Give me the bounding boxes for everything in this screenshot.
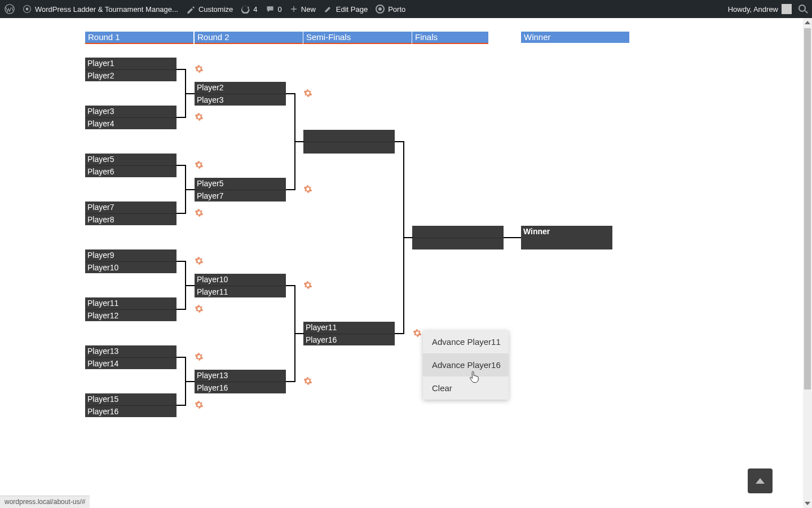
browser-status-bar: wordpress.local/about-us/# [0,496,90,508]
match-player [412,238,504,249]
match-r2-4[interactable]: Player13Player16 [195,370,286,393]
menu-item-label: Clear [432,383,452,393]
match-player: Player3 [195,94,286,106]
customize-label: Customize [198,5,233,14]
match-r2-3[interactable]: Player10Player11 [195,274,286,297]
wp-admin-bar: WordPress Ladder & Tournament Manage... … [0,0,812,18]
match-player: Player9 [85,249,176,261]
match-player: Player4 [85,117,176,129]
match-player: Player7 [85,202,176,213]
match-player: Player13 [85,345,176,357]
match-r1-6[interactable]: Player11Player12 [85,297,176,321]
round-header-label: Round 1 [88,32,120,42]
scroll-down-arrow[interactable] [803,499,812,508]
gear-icon[interactable] [195,256,204,265]
vertical-scrollbar[interactable] [803,18,812,508]
connector [504,237,521,238]
match-player: Player2 [85,69,176,81]
connector [185,381,195,382]
menu-item-advance-1[interactable]: Advance Player11 [423,330,509,353]
match-r3-2[interactable]: Player11Player16 [303,322,395,345]
comments-link[interactable]: 0 [266,5,282,14]
match-r1-2[interactable]: Player3Player4 [85,106,176,129]
match-player: Player11 [303,322,395,334]
round-header-4: Finals [412,32,488,43]
match-player: Player5 [195,178,286,190]
match-player: Player11 [85,297,176,309]
context-menu: Advance Player11 Advance Player16 Clear [423,330,509,400]
theme-label: Porto [388,5,405,14]
gear-icon[interactable] [195,400,204,409]
match-player: Player10 [85,261,176,273]
site-name-link[interactable]: WordPress Ladder & Tournament Manage... [23,5,178,14]
match-r1-1[interactable]: Player1Player2 [85,58,176,81]
site-title: WordPress Ladder & Tournament Manage... [35,5,178,14]
match-r2-2[interactable]: Player5Player7 [195,178,286,202]
match-player [303,142,395,154]
match-player: Player10 [195,274,286,286]
match-player: Player16 [85,405,176,417]
match-r3-1[interactable] [303,130,395,154]
match-player: Player3 [85,106,176,117]
gear-icon[interactable] [303,89,312,98]
match-r1-5[interactable]: Player9Player10 [85,249,176,273]
svg-point-2 [26,8,29,11]
gear-icon[interactable] [303,376,312,386]
edit-page-link[interactable]: Edit Page [324,5,368,14]
new-label: New [301,5,316,14]
theme-icon [376,5,385,14]
connector [403,237,413,238]
gear-icon[interactable] [195,208,204,217]
match-player: Player8 [85,213,176,225]
round-header-label: Semi-Finals [306,32,351,42]
match-r1-4[interactable]: Player7Player8 [85,202,176,225]
comments-count: 0 [278,5,282,14]
search-icon [798,5,807,14]
match-player: Player12 [85,309,176,321]
round-header-label: Round 2 [197,32,230,42]
menu-item-label: Advance Player11 [432,337,501,347]
match-r1-7[interactable]: Player13Player14 [85,345,176,369]
avatar [782,4,792,14]
winner-box[interactable]: Winner [521,226,612,249]
match-r1-3[interactable]: Player5Player6 [85,154,176,177]
theme-link[interactable]: Porto [376,5,405,14]
gear-icon[interactable] [195,112,204,121]
bracket-canvas: Round 1 Round 2 Semi-Finals Finals Winne… [0,18,812,508]
match-player [303,130,395,142]
menu-item-clear[interactable]: Clear [423,376,509,400]
my-account-link[interactable]: Howdy, Andrew [728,4,792,14]
match-player: Player5 [85,154,176,165]
winner-label: Winner [523,227,550,236]
connector [185,93,195,94]
gear-icon[interactable] [303,281,312,290]
search-toggle[interactable] [798,5,807,14]
scrollbar-thumb[interactable] [804,28,811,389]
round-header-label: Winner [524,32,551,42]
scroll-up-arrow[interactable] [803,18,812,27]
match-r4-1[interactable] [412,226,504,249]
connector [185,285,195,286]
updates-link[interactable]: 4 [241,5,257,14]
match-player: Player13 [195,370,286,382]
wp-logo-icon[interactable] [5,4,15,14]
round-header-label: Finals [415,32,438,42]
menu-item-advance-2[interactable]: Advance Player16 [423,353,509,376]
updates-count: 4 [253,5,257,14]
match-r1-8[interactable]: Player15Player16 [85,393,176,417]
gear-icon[interactable] [195,64,204,73]
customize-link[interactable]: Customize [186,5,233,14]
scroll-to-top-button[interactable] [748,468,773,493]
new-content-link[interactable]: New [290,5,316,14]
gear-icon[interactable] [195,352,204,361]
match-player: Player2 [195,82,286,94]
gear-icon[interactable] [413,329,422,338]
match-player: Player6 [85,165,176,177]
gear-icon[interactable] [195,304,204,313]
gear-icon[interactable] [195,160,204,169]
match-player: Player16 [303,334,395,345]
gear-icon[interactable] [303,185,312,194]
match-player: Player7 [195,190,286,202]
match-r2-1[interactable]: Player2Player3 [195,82,286,106]
round-header-2: Round 2 [195,32,303,43]
